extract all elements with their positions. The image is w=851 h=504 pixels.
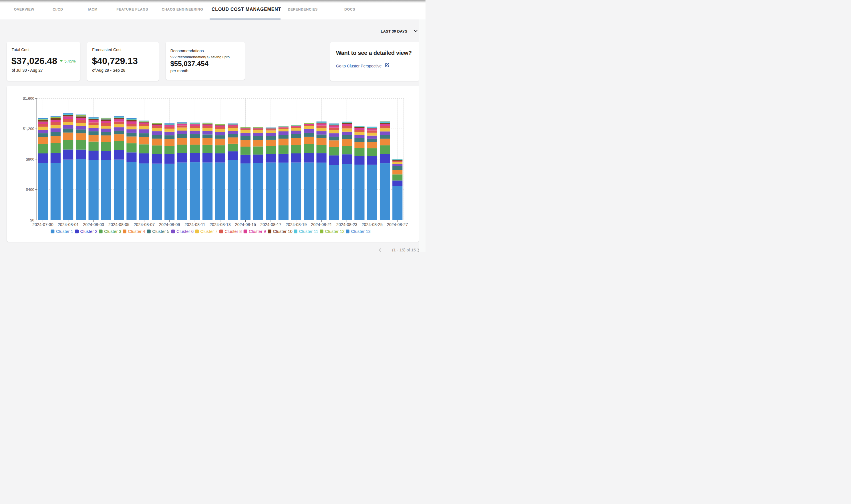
svg-text:Cluster 11: Cluster 11 [299,229,318,234]
svg-text:Cluster 7: Cluster 7 [201,229,218,234]
svg-text:Cluster 10: Cluster 10 [273,229,293,234]
svg-text:Cluster 2: Cluster 2 [80,229,98,234]
svg-text:Cluster 6: Cluster 6 [176,229,194,234]
svg-text:2024-08-27: 2024-08-27 [387,222,408,227]
svg-text:2024-08-01: 2024-08-01 [58,222,79,227]
svg-text:Cluster 12: Cluster 12 [325,229,345,234]
svg-text:2024-08-09: 2024-08-09 [159,222,180,227]
svg-text:2024-08-03: 2024-08-03 [83,222,104,227]
svg-text:2024-08-17: 2024-08-17 [260,222,281,227]
svg-text:Cluster 9: Cluster 9 [249,229,266,234]
svg-text:$1,600: $1,600 [23,96,34,101]
svg-text:2024-07-30: 2024-07-30 [32,222,53,227]
svg-text:2024-08-23: 2024-08-23 [336,222,358,227]
svg-text:2024-08-15: 2024-08-15 [235,222,256,227]
svg-text:$0: $0 [30,218,34,222]
svg-text:2024-08-13: 2024-08-13 [210,222,231,227]
svg-text:Cluster 1: Cluster 1 [56,229,73,234]
svg-text:2024-08-05: 2024-08-05 [108,222,129,227]
svg-text:$400: $400 [26,187,34,192]
svg-text:Cluster 13: Cluster 13 [351,229,370,234]
svg-text:2024-08-19: 2024-08-19 [286,222,307,227]
svg-text:2024-08-07: 2024-08-07 [134,222,155,227]
svg-text:Cluster 8: Cluster 8 [224,229,242,234]
svg-text:Cluster 3: Cluster 3 [104,229,121,234]
svg-text:$1,200: $1,200 [23,127,34,131]
svg-text:2024-08-11: 2024-08-11 [185,222,205,227]
svg-text:Cluster 5: Cluster 5 [152,229,169,234]
svg-text:Cluster 4: Cluster 4 [128,229,145,234]
svg-text:2024-08-21: 2024-08-21 [311,222,332,227]
svg-text:2024-08-25: 2024-08-25 [362,222,383,227]
svg-text:$800: $800 [26,157,34,161]
